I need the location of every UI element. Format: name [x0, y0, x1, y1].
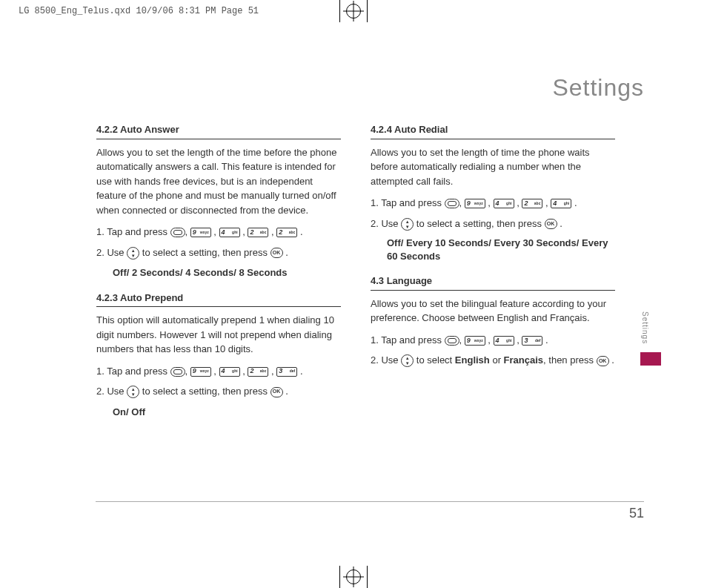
nav-icon: [127, 247, 139, 260]
content: 4.2.2 Auto Answer Allows you to set the …: [96, 122, 615, 426]
step-1: 1. Tap and press , 9wxyz , 4ghi , 2abc ,…: [96, 364, 341, 379]
side-tab-marker: [640, 352, 661, 366]
key-2-icon: 2abc: [522, 199, 542, 208]
key-3-icon: 3def: [276, 367, 297, 377]
heading-language: 4.3 Language: [371, 274, 615, 291]
step-1: 1. Tap and press , 9wxyz , 4ghi , 2abc ,…: [371, 196, 615, 211]
menu-icon: [170, 228, 185, 237]
key-4-icon: 4ghi: [494, 199, 514, 208]
heading-auto-answer: 4.2.2 Auto Answer: [96, 122, 341, 139]
para-auto-prepend: This option will automatically prepend 1…: [96, 313, 341, 357]
key-9-icon: 9wxyz: [465, 199, 485, 208]
key-4-icon: 4ghi: [219, 367, 240, 377]
ok-icon: [270, 387, 283, 397]
nav-icon: [401, 218, 414, 231]
key-3-icon: 3def: [522, 336, 542, 346]
page-title: Settings: [552, 74, 644, 102]
para-language: Allows you to set the bilingual feature …: [371, 297, 615, 326]
key-2-icon: 2abc: [276, 228, 297, 237]
para-auto-answer: Allows you to set the length of the time…: [96, 145, 341, 218]
page-number: 51: [629, 506, 644, 521]
key-4-icon: 4ghi: [494, 336, 514, 346]
key-2-icon: 2abc: [248, 367, 268, 377]
key-9-icon: 9wxyz: [190, 228, 211, 237]
column-right: 4.2.4 Auto Redial Allows you to set the …: [371, 122, 615, 426]
ok-icon: [545, 219, 557, 229]
ok-icon: [597, 356, 609, 366]
step-1: 1. Tap and press , 9wxyz , 4ghi , 2abc ,…: [96, 225, 341, 240]
step-2: 2. Use to select English or Français, th…: [371, 353, 615, 368]
menu-icon: [445, 336, 459, 346]
ok-icon: [270, 248, 283, 258]
print-header: LG 8500_Eng_Telus.qxd 10/9/06 8:31 PM Pa…: [19, 6, 259, 16]
options-auto-redial: Off/ Every 10 Seconds/ Every 30 Seconds/…: [387, 237, 615, 263]
crop-marks-top: [339, 0, 368, 22]
step-2: 2. Use to select a setting, then press .: [96, 384, 341, 399]
para-auto-redial: Allows you to set the length of time the…: [371, 145, 615, 189]
menu-icon: [445, 199, 459, 208]
crop-marks-bottom: [339, 566, 368, 588]
heading-auto-prepend: 4.2.3 Auto Prepend: [96, 291, 341, 308]
heading-auto-redial: 4.2.4 Auto Redial: [371, 122, 615, 139]
step-1: 1. Tap and press , 9wxyz , 4ghi , 3def .: [371, 333, 615, 348]
nav-icon: [127, 386, 139, 398]
nav-icon: [401, 354, 414, 367]
key-2-icon: 2abc: [248, 228, 268, 237]
key-9-icon: 9wxyz: [190, 367, 211, 377]
footer-line: [96, 501, 644, 502]
key-4-icon: 4ghi: [219, 228, 240, 237]
step-2: 2. Use to select a setting, then press .: [96, 245, 341, 260]
step-2: 2. Use to select a setting, then press .: [371, 217, 615, 231]
menu-icon: [170, 367, 185, 377]
side-tab-label: Settings: [641, 311, 649, 344]
column-left: 4.2.2 Auto Answer Allows you to set the …: [96, 122, 341, 426]
key-4-icon: 4ghi: [551, 199, 571, 208]
options-auto-answer: Off/ 2 Seconds/ 4 Seconds/ 8 Seconds: [113, 265, 341, 280]
key-9-icon: 9wxyz: [465, 336, 485, 346]
options-auto-prepend: On/ Off: [113, 405, 341, 420]
